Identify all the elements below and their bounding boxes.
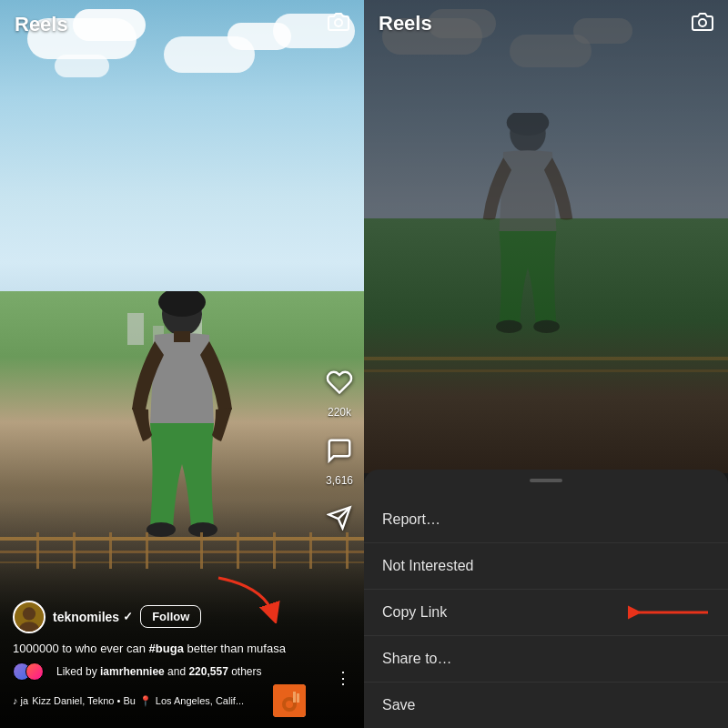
comment-button[interactable]: 3,616: [326, 437, 353, 487]
share-to-menu-item[interactable]: Share to…: [364, 636, 728, 682]
location-label: Los Angeles, Calif...: [156, 695, 244, 706]
likes-avatars: [13, 662, 44, 681]
heart-icon: [326, 369, 353, 402]
likes-row: Liked by iamrhenniee and 220,557 others: [13, 662, 306, 681]
username-label: teknomiles ✓: [53, 610, 133, 624]
right-title: Reels: [379, 12, 432, 35]
person-silhouette-right: [473, 113, 582, 349]
save-menu-item[interactable]: Save: [364, 682, 728, 728]
railing-right-top: [364, 357, 728, 360]
comment-count: 3,616: [326, 474, 353, 487]
not-interested-menu-item[interactable]: Not Interested: [364, 543, 728, 590]
svg-point-5: [335, 19, 342, 26]
right-actions-panel: 220k 3,616: [326, 369, 353, 537]
svg-point-13: [286, 701, 293, 708]
copy-link-menu-item[interactable]: Copy Link: [364, 590, 728, 636]
svg-rect-4: [174, 331, 190, 342]
post-6: [237, 532, 239, 569]
left-header: Reels: [0, 0, 364, 48]
svg-point-9: [23, 607, 35, 620]
sky-background-left: [0, 0, 364, 328]
sheet-drag-handle[interactable]: [530, 479, 562, 482]
post-1: [36, 532, 39, 569]
more-options-button[interactable]: ⋮: [335, 668, 351, 688]
railing-right-mid: [364, 369, 728, 372]
svg-point-19: [496, 320, 522, 333]
camera-icon-right[interactable]: [692, 11, 713, 36]
camera-icon-left[interactable]: [328, 11, 349, 37]
svg-point-20: [533, 320, 560, 333]
song-label: Kizz Daniel, Tekno • Bu: [32, 695, 136, 706]
post-8: [309, 532, 312, 569]
location-dot-icon: 📍: [139, 695, 152, 707]
post-2: [73, 532, 76, 569]
verified-icon: ✓: [123, 610, 133, 623]
svg-rect-15: [297, 693, 299, 703]
post-4: [146, 532, 148, 569]
comment-icon: [326, 437, 353, 470]
bottom-sheet: Report… Not Interested Copy Link Share t…: [364, 470, 728, 728]
send-icon: [327, 505, 352, 537]
arrow-annotation-right: [628, 599, 710, 626]
follow-button[interactable]: Follow: [140, 605, 201, 628]
arrow-annotation-left: [209, 569, 282, 623]
music-location-row: ♪ ja Kizz Daniel, Tekno • Bu 📍 Los Angel…: [13, 684, 306, 717]
hashtag[interactable]: #buga: [149, 642, 184, 655]
railing: [0, 532, 364, 569]
report-menu-item[interactable]: Report…: [364, 497, 728, 543]
left-reel-panel: Reels 220k 3,616: [0, 0, 364, 728]
svg-rect-14: [293, 692, 296, 703]
post-5: [200, 532, 203, 569]
post-7: [273, 532, 276, 569]
right-header: Reels: [364, 0, 728, 47]
likes-avatar-2: [25, 662, 44, 681]
person-silhouette-left: [123, 291, 241, 555]
music-thumbnail[interactable]: [273, 684, 306, 717]
railing-right: [364, 353, 728, 386]
music-note: ♪ ja: [13, 695, 28, 706]
right-reel-panel: Reels Report… Not Interested Copy Link: [364, 0, 728, 728]
share-button[interactable]: [327, 505, 352, 537]
post-9: [346, 532, 349, 569]
avatar[interactable]: [13, 601, 46, 633]
like-button[interactable]: 220k: [326, 369, 353, 419]
left-title: Reels: [15, 13, 68, 36]
like-count: 220k: [328, 406, 351, 419]
likes-text: Liked by iamrhenniee and 220,557 others: [56, 665, 262, 678]
caption-text: 1000000 to who ever can #buga better tha…: [13, 641, 306, 657]
cloud-5: [55, 55, 109, 77]
svg-point-21: [699, 19, 706, 26]
music-info: ♪ ja Kizz Daniel, Tekno • Bu 📍 Los Angel…: [13, 695, 273, 707]
post-3: [109, 532, 112, 569]
